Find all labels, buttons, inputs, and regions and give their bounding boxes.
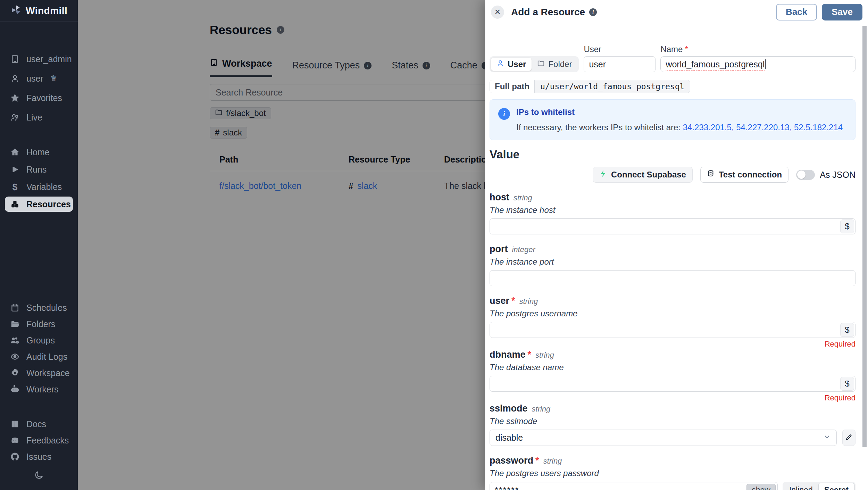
field-type: integer	[512, 245, 535, 254]
sidebar-item-label: Feedbacks	[26, 435, 69, 446]
ips-title: IPs to whitelist	[516, 107, 843, 117]
sidebar-item-groups[interactable]: Groups	[5, 333, 73, 348]
user-input[interactable]	[490, 322, 856, 338]
owner-kind-user[interactable]: User	[491, 58, 532, 71]
required-star: *	[511, 296, 515, 306]
sidebar-item-audit-logs[interactable]: Audit Logs	[5, 349, 73, 364]
moon-icon	[34, 470, 44, 481]
dark-mode-toggle[interactable]	[31, 468, 47, 483]
sidebar-item-issues[interactable]: Issues	[5, 449, 73, 464]
test-connection-button[interactable]: Test connection	[700, 167, 788, 183]
sidebar-item-live[interactable]: Live	[5, 110, 73, 125]
sidebar-item-label: Workspace	[26, 368, 70, 378]
ips-whitelist-infobox: i IPs to whitelist If necessary, the wor…	[490, 99, 856, 140]
variable-picker-button[interactable]: $	[840, 377, 854, 391]
sidebar-item-label: Groups	[26, 335, 55, 346]
field-name: dbname*	[490, 349, 531, 360]
drawer-header: ✕ Add a Resource i Back Save	[485, 0, 868, 24]
field-description: The database name	[490, 363, 856, 372]
folder-icon	[10, 319, 20, 329]
as-json-toggle[interactable]	[796, 170, 815, 180]
pencil-icon	[845, 433, 853, 442]
info-icon: i	[589, 8, 597, 16]
field-description: The instance port	[490, 257, 856, 267]
sidebar-item-folders[interactable]: Folders	[5, 316, 73, 332]
sidebar-item-label: Favorites	[26, 93, 62, 103]
host-input[interactable]	[490, 218, 856, 234]
field-description: The sslmode	[490, 416, 856, 426]
full-path-value: u/user/world_famous_postgresql	[534, 80, 690, 93]
back-button[interactable]: Back	[776, 4, 817, 20]
edit-button[interactable]	[842, 430, 856, 446]
full-path-display: Full path u/user/world_famous_postgresql	[490, 80, 690, 93]
field-host: host string The instance host $	[490, 192, 856, 234]
sidebar-item-resources[interactable]: Resources	[5, 197, 73, 212]
sidebar-item-feedbacks[interactable]: Feedbacks	[5, 433, 73, 448]
sidebar-item-label: user	[26, 74, 43, 84]
field-description: The postgres username	[490, 309, 856, 318]
drawer-body: User Folder User Name* world_famous_post…	[485, 24, 868, 490]
sidebar-item-workers[interactable]: Workers	[5, 382, 73, 397]
connect-supabase-button[interactable]: Connect Supabase	[593, 167, 693, 183]
boxes-icon	[10, 200, 20, 209]
sidebar-item-docs[interactable]: Docs	[5, 416, 73, 432]
robot-icon	[10, 385, 20, 394]
dbname-input[interactable]	[490, 376, 856, 392]
sidebar-item-label: Issues	[26, 452, 51, 462]
sidebar-item-label: Runs	[26, 165, 47, 175]
field-name: password*	[490, 455, 539, 466]
field-type: string	[543, 457, 562, 466]
discord-icon	[10, 436, 20, 445]
sidebar-item-home[interactable]: Home	[5, 144, 73, 160]
sidebar-item-schedules[interactable]: Schedules	[5, 300, 73, 315]
sidebar-item-favorites[interactable]: Favorites	[5, 90, 73, 106]
owner-user-input[interactable]	[584, 56, 656, 72]
scrollbar-thumb[interactable]	[862, 26, 867, 447]
name-input[interactable]: world_famous_postgresql	[660, 56, 856, 72]
as-json-label: As JSON	[820, 170, 856, 180]
field-user: user* string The postgres username $ Req…	[490, 296, 856, 348]
sidebar-item-runs[interactable]: Runs	[5, 162, 73, 177]
field-sslmode: sslmode string The sslmode disable	[490, 403, 856, 446]
book-icon	[10, 420, 20, 429]
required-star: *	[528, 349, 532, 360]
show-password-button[interactable]: show	[746, 484, 776, 490]
text-caret	[765, 59, 766, 69]
gear-icon	[10, 368, 20, 377]
sidebar-item-user[interactable]: user ♛	[5, 71, 73, 86]
play-icon	[10, 165, 20, 174]
inlined-option[interactable]: Inlined	[784, 483, 818, 490]
variable-picker-button[interactable]: $	[840, 219, 854, 233]
close-button[interactable]: ✕	[491, 6, 504, 19]
chevron-down-icon	[823, 433, 831, 443]
field-password: password* string The postgres users pass…	[490, 455, 856, 490]
field-type: string	[535, 351, 554, 360]
sidebar-item-variables[interactable]: $ Variables	[5, 179, 73, 194]
modal-overlay[interactable]	[78, 0, 485, 490]
sidebar-item-label: Docs	[26, 419, 46, 429]
sidebar-item-workspace-settings[interactable]: Workspace	[5, 365, 73, 381]
users-gear-icon	[10, 336, 20, 345]
field-description: The instance host	[490, 205, 856, 215]
owner-kind-folder[interactable]: Folder	[532, 58, 577, 71]
folder-icon	[537, 59, 545, 69]
secret-option[interactable]: Secret	[818, 483, 854, 490]
field-type: string	[514, 193, 532, 202]
sidebar-item-workspace-switcher[interactable]: user_admin	[5, 51, 73, 67]
owner-kind-toggle: User Folder	[490, 56, 579, 72]
crown-icon: ♛	[50, 74, 57, 83]
required-message: Required	[490, 393, 856, 402]
sslmode-select[interactable]: disable	[490, 430, 837, 446]
password-input[interactable]	[490, 482, 778, 490]
required-message: Required	[490, 340, 856, 348]
toggle-knob	[797, 171, 806, 179]
windmill-logo[interactable]: Windmill	[0, 0, 78, 22]
port-input[interactable]	[490, 270, 856, 286]
inlined-secret-toggle: Inlined Secret	[783, 482, 856, 490]
star-icon	[10, 93, 20, 102]
variable-picker-button[interactable]: $	[840, 323, 854, 337]
lightning-icon	[599, 170, 607, 180]
app-window: Windmill user_admin user ♛ Favorites Liv…	[0, 0, 868, 490]
name-input-value: world_famous_postgresql	[666, 59, 765, 69]
save-button[interactable]: Save	[822, 4, 862, 20]
